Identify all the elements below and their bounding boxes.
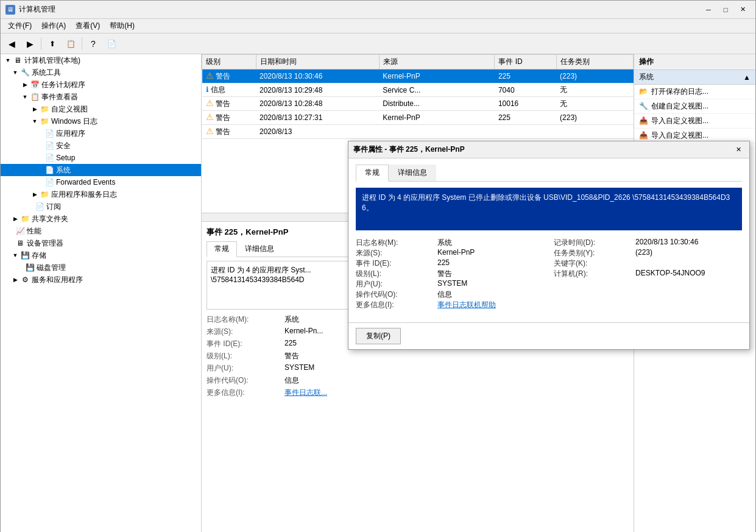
field-value-moreinfo-link[interactable]: 事件日志联... (284, 388, 629, 398)
expand-icon (30, 202, 35, 211)
app-label: 应用程序 (56, 129, 85, 139)
sidebar-item-system[interactable]: 📄 系统 (1, 164, 201, 176)
cell-task (556, 125, 633, 139)
dialog-footer: 复制(P) (348, 322, 749, 349)
sidebar-item-forwarded[interactable]: 📄 Forwarded Events (1, 176, 201, 188)
win-logs-label: Windows 日志 (51, 116, 97, 127)
sidebar-item-event-viewer[interactable]: ▼ 📋 事件查看器 (1, 91, 201, 103)
copy-button[interactable]: 复制(P) (356, 328, 401, 344)
sidebar-item-root[interactable]: ▼ 🖥 计算机管理(本地) (1, 54, 201, 66)
services-icon: ⚙ (20, 275, 30, 285)
cell-datetime: 2020/8/13 10:28:48 (256, 97, 379, 111)
cell-task: 无 (556, 97, 633, 111)
cell-task: (223) (556, 69, 633, 83)
action-open-saved[interactable]: 📂 打开保存的日志... (634, 85, 755, 99)
dialog-moreinfo-link[interactable]: 事件日志联机帮助 (437, 300, 544, 310)
close-button[interactable]: ✕ (735, 4, 751, 16)
warn-icon: ⚠ (206, 112, 214, 122)
import-icon: 📥 (639, 116, 649, 126)
performance-label: 性能 (27, 226, 41, 236)
menu-view[interactable]: 查看(V) (71, 20, 105, 32)
warn-icon: ⚠ (206, 98, 214, 108)
sidebar-item-setup[interactable]: 📄 Setup (1, 152, 201, 164)
cell-source: Distribute... (379, 97, 495, 111)
menu-action[interactable]: 操作(A) (37, 20, 71, 32)
dialog-content: 常规 详细信息 进程 ID 为 4 的应用程序 System 已停止删除或弹出设… (348, 158, 749, 322)
section-expand-icon: ▲ (743, 73, 751, 82)
minimize-button[interactable]: ─ (701, 4, 716, 16)
menu-help[interactable]: 帮助(H) (105, 20, 140, 32)
menu-file[interactable]: 文件(F) (3, 20, 37, 32)
warn-icon: ⚠ (206, 126, 214, 136)
expand-icon (10, 238, 15, 248)
disk-icon: 💾 (25, 263, 35, 272)
setup-label: Setup (56, 154, 75, 162)
expand-icon: ▶ (30, 104, 40, 114)
sidebar-item-services[interactable]: ▶ ⚙ 服务和应用程序 (1, 274, 201, 286)
field-value-user: SYSTEM (284, 363, 629, 374)
col-level: 级别 (202, 55, 256, 69)
field-label-level: 级别(L): (207, 351, 280, 361)
security-icon: 📄 (44, 141, 54, 151)
dialog-field-eventid: 事件 ID(E): 225 (356, 258, 544, 269)
root-icon: 🖥 (13, 55, 23, 65)
open-icon: 📂 (639, 87, 649, 97)
sidebar-item-performance[interactable]: 📈 性能 (1, 225, 201, 237)
table-row[interactable]: ⚠ 警告 2020/8/13 10:28:48 Distribute... 10… (202, 97, 634, 111)
up-button[interactable]: ⬆ (44, 36, 61, 52)
table-row[interactable]: ⚠ 警告 2020/8/13 (202, 125, 634, 139)
dialog-tab-general[interactable]: 常规 (356, 165, 389, 182)
security-label: 安全 (56, 141, 71, 151)
expand-icon: ▶ (10, 214, 20, 224)
event-icon: 📋 (30, 92, 40, 102)
sidebar-item-app-service[interactable]: ▶ 📁 应用程序和服务日志 (1, 188, 201, 200)
back-button[interactable]: ◀ (3, 36, 20, 52)
actions-header: 操作 (634, 54, 755, 70)
services-label: 服务和应用程序 (32, 275, 83, 285)
shared-label: 共享文件夹 (32, 214, 68, 224)
win-logs-icon: 📁 (40, 116, 49, 126)
sidebar-item-custom-views[interactable]: ▶ 📁 自定义视图 (1, 103, 201, 115)
sidebar-item-subscriptions[interactable]: 📄 订阅 (1, 200, 201, 213)
forwarded-icon: 📄 (44, 177, 54, 187)
dialog-tab-detail[interactable]: 详细信息 (389, 165, 436, 181)
help-button[interactable]: ? (85, 36, 102, 52)
cell-eventid: 225 (495, 111, 556, 125)
tab-detail[interactable]: 详细信息 (237, 241, 282, 257)
tab-general[interactable]: 常规 (207, 241, 237, 257)
dialog-tabs: 常规 详细信息 (356, 165, 742, 182)
custom-icon: 📁 (40, 104, 49, 114)
dialog-close-button[interactable]: ✕ (732, 144, 744, 155)
sidebar-item-security[interactable]: 📄 安全 (1, 140, 201, 152)
table-row[interactable]: ⚠ 警告 2020/8/13 10:30:46 Kernel-PnP 225 (… (202, 69, 634, 83)
main-window: 🖥 计算机管理 ─ □ ✕ 文件(F) 操作(A) 查看(V) 帮助(H) ◀ … (0, 0, 756, 532)
cell-task: (223) (556, 111, 633, 125)
sidebar-item-storage[interactable]: ▼ 💾 存储 (1, 249, 201, 261)
title-bar: 🖥 计算机管理 ─ □ ✕ (1, 1, 755, 19)
action-create-custom-view[interactable]: 🔧 创建自定义视图... (634, 99, 755, 114)
cell-eventid: 225 (495, 69, 556, 83)
sidebar-item-shared[interactable]: ▶ 📁 共享文件夹 (1, 213, 201, 225)
maximize-button[interactable]: □ (718, 4, 733, 16)
event-table: 级别 日期和时间 来源 事件 ID 任务类别 ⚠ 警告 (202, 54, 634, 139)
view-button[interactable]: 📄 (103, 36, 120, 52)
properties-button[interactable]: 📋 (62, 36, 79, 52)
expand-icon: ▼ (3, 55, 13, 65)
sidebar-item-win-logs[interactable]: ▼ 📁 Windows 日志 (1, 115, 201, 127)
sidebar-item-application[interactable]: 📄 应用程序 (1, 127, 201, 140)
dialog-field-task-cat: 任务类别(Y): (223) (554, 248, 742, 258)
sidebar-item-disk-mgmt[interactable]: 💾 磁盘管理 (1, 261, 201, 274)
custom-label: 自定义视图 (51, 104, 88, 115)
sidebar-item-device-mgr[interactable]: 🖥 设备管理器 (1, 237, 201, 249)
cell-level: ℹ 信息 (202, 83, 256, 97)
forward-button[interactable]: ▶ (21, 36, 38, 52)
sidebar-item-sys-tools[interactable]: ▼ 🔧 系统工具 (1, 66, 201, 79)
table-row[interactable]: ℹ 信息 2020/8/13 10:29:48 Service C... 704… (202, 83, 634, 97)
sidebar-item-task-sched[interactable]: ▶ 📅 任务计划程序 (1, 79, 201, 91)
sys-tools-icon: 🔧 (20, 68, 30, 77)
cell-level: ⚠ 警告 (202, 97, 256, 111)
expand-icon: ▶ (10, 275, 20, 285)
action-import-custom-view[interactable]: 📥 导入自定义视图... (634, 114, 755, 129)
task-icon: 📅 (30, 80, 40, 90)
table-row[interactable]: ⚠ 警告 2020/8/13 10:27:31 Kernel-PnP 225 (… (202, 111, 634, 125)
